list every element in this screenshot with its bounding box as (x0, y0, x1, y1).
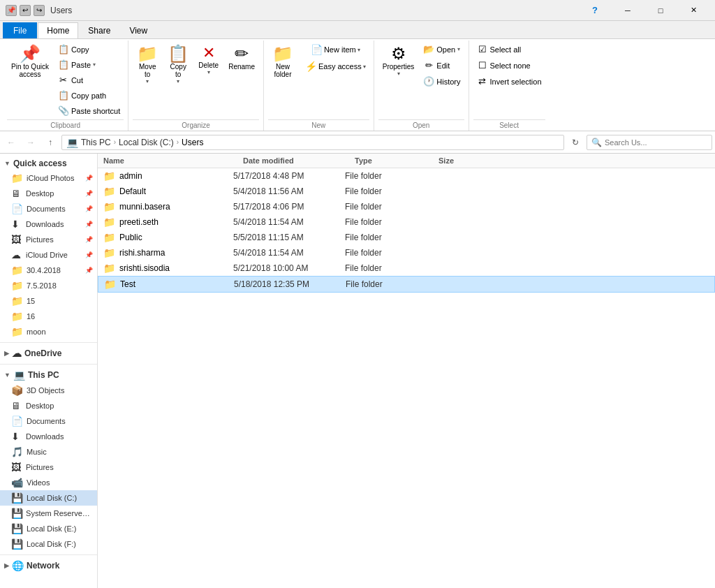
col-type-header[interactable]: Type (355, 156, 438, 165)
edit-button[interactable]: ✏ Edit (420, 58, 464, 73)
sidebar-item-local-disk-e[interactable]: 💾 Local Disk (E:) (0, 521, 97, 536)
expand-onedrive-icon: ▶ (4, 350, 9, 357)
open-icon: 📂 (423, 44, 434, 54)
col-name-header[interactable]: Name (103, 156, 243, 165)
table-row[interactable]: 📁 srishti.sisodia 5/21/2018 10:00 AM Fil… (98, 260, 715, 276)
delete-button[interactable]: ✕ Delete ▾ (194, 42, 223, 78)
sidebar-item-local-disk-c[interactable]: 💾 Local Disk (C:) (0, 490, 97, 506)
paste-arrow: ▾ (93, 61, 96, 68)
copy-to-button[interactable]: 📋 Copy to ▾ (163, 42, 193, 87)
sidebar-item-local-disk-f[interactable]: 💾 Local Disk (F:) (0, 536, 97, 552)
new-group-label: New (268, 119, 369, 131)
sidebar-item-downloads[interactable]: ⬇ Downloads 📌 (0, 216, 97, 232)
sidebar-item-desktop[interactable]: 🖥 Desktop 📌 (0, 186, 97, 201)
local-disk-c-label: Local Disk (C:) (27, 494, 77, 502)
undo-icon[interactable]: ↩ (20, 5, 31, 16)
up-button[interactable]: ↑ (42, 134, 59, 151)
search-input[interactable] (605, 138, 707, 147)
open-buttons: ⚙ Properties ▾ 📂 Open ▾ ✏ Edit 🕐 History (378, 42, 464, 118)
sidebar-item-icloud-photos[interactable]: 📁 iCloud Photos 📌 (0, 170, 97, 186)
sidebar-item-videos[interactable]: 📹 Videos (0, 475, 97, 490)
pin-icon[interactable]: 📌 (6, 5, 17, 16)
tab-view[interactable]: View (120, 22, 156, 38)
table-row[interactable]: 📁 Public 5/5/2018 11:15 AM File folder (98, 230, 715, 245)
sidebar-item-icloud-drive[interactable]: ☁ iCloud Drive 📌 (0, 247, 97, 263)
paste-button[interactable]: 📋 Paste ▾ (54, 57, 124, 72)
back-button[interactable]: ← (3, 134, 20, 151)
rename-label: Rename (228, 63, 255, 71)
sidebar-item-desktop-pc[interactable]: 🖥 Desktop (0, 398, 97, 413)
sidebar-item-documents-pc[interactable]: 📄 Documents (0, 413, 97, 429)
thispc-icon: 💻 (13, 369, 25, 381)
file-date-admin: 5/17/2018 4:48 PM (233, 171, 345, 181)
pin-to-quick-access-button[interactable]: 📌 Pin to Quick access (7, 42, 53, 81)
tab-file[interactable]: File (3, 22, 37, 38)
search-box[interactable]: 🔍 (587, 135, 712, 150)
local-disk-f-icon: 💾 (11, 538, 23, 550)
thispc-label: This PC (28, 370, 59, 380)
tab-home[interactable]: Home (38, 22, 78, 38)
thispc-header[interactable]: ▼ 💻 This PC (0, 367, 97, 383)
sidebar-item-downloads-pc[interactable]: ⬇ Downloads (0, 429, 97, 444)
table-row[interactable]: 📁 rishi.sharma 5/4/2018 11:54 AM File fo… (98, 245, 715, 260)
sidebar-item-pictures[interactable]: 🖼 Pictures 📌 (0, 232, 97, 247)
delete-label: Delete (198, 61, 219, 69)
invert-selection-button[interactable]: ⇄ Invert selection (473, 74, 545, 89)
sidebar-item-folder-15[interactable]: 📁 15 (0, 293, 97, 309)
sidebar-item-documents[interactable]: 📄 Documents 📌 (0, 201, 97, 216)
file-date-rishi: 5/4/2018 11:54 AM (233, 248, 345, 258)
ribbon-group-open: ⚙ Properties ▾ 📂 Open ▾ ✏ Edit 🕐 History (374, 41, 469, 131)
tab-share[interactable]: Share (79, 22, 119, 38)
file-type-public: File folder (345, 233, 429, 242)
maximize-button[interactable]: □ (644, 0, 677, 21)
table-row[interactable]: 📁 preeti.seth 5/4/2018 11:54 AM File fol… (98, 214, 715, 230)
sidebar-item-moon[interactable]: 📁 moon (0, 324, 97, 339)
sidebar-item-music[interactable]: 🎵 Music (0, 444, 97, 460)
network-header[interactable]: ▶ 🌐 Network (0, 558, 97, 573)
close-button[interactable]: ✕ (677, 0, 709, 21)
paste-shortcut-button[interactable]: 📎 Paste shortcut (54, 103, 124, 118)
open-button[interactable]: 📂 Open ▾ (420, 42, 464, 57)
sidebar-item-pictures-pc[interactable]: 🖼 Pictures (0, 460, 97, 475)
paste-shortcut-icon: 📎 (58, 105, 69, 116)
onedrive-header[interactable]: ▶ ☁ OneDrive (0, 346, 97, 361)
quick-access-header[interactable]: ▼ Quick access (0, 156, 97, 170)
icloud-photos-label: iCloud Photos (27, 174, 75, 182)
minimize-button[interactable]: ─ (612, 0, 644, 21)
documents-label: Documents (27, 205, 66, 213)
table-row[interactable]: 📁 admin 5/17/2018 4:48 PM File folder (98, 168, 715, 184)
sidebar-item-system-reserved[interactable]: 💾 System Reserved (D (0, 506, 97, 521)
easy-access-button[interactable]: ⚡ Easy access ▾ (302, 59, 369, 74)
cut-button[interactable]: ✂ Cut (54, 73, 124, 87)
table-row[interactable]: 📁 Default 5/4/2018 11:56 AM File folder (98, 184, 715, 199)
redo-icon[interactable]: ↪ (34, 5, 45, 16)
local-disk-f-label: Local Disk (F:) (27, 540, 76, 548)
addr-sep-2: › (177, 138, 179, 146)
col-date-header[interactable]: Date modified (243, 156, 355, 165)
desktop-label: Desktop (26, 189, 54, 198)
select-none-button[interactable]: ☐ Select none (473, 58, 545, 73)
sidebar-item-folder-16[interactable]: 📁 16 (0, 309, 97, 324)
refresh-button[interactable]: ↻ (567, 134, 584, 151)
table-row[interactable]: 📁 munni.basera 5/17/2018 4:06 PM File fo… (98, 199, 715, 214)
address-bar[interactable]: 💻 This PC › Local Disk (C:) › Users (61, 135, 564, 150)
sidebar-item-3d-objects[interactable]: 📦 3D Objects (0, 383, 97, 398)
table-row[interactable]: 📁 Test 5/18/2018 12:35 PM File folder (98, 276, 715, 293)
forward-button[interactable]: → (22, 134, 39, 151)
select-all-button[interactable]: ☑ Select all (473, 42, 545, 57)
copy-label: Copy (71, 45, 89, 54)
rename-button[interactable]: ✏ Rename (224, 42, 259, 73)
copy-button[interactable]: 📋 Copy (54, 42, 124, 57)
copy-to-label: Copy to (170, 63, 186, 78)
properties-button[interactable]: ⚙ Properties ▾ (378, 42, 419, 80)
new-folder-button[interactable]: 📁 New folder (268, 42, 297, 81)
help-button[interactable]: ? (579, 0, 611, 21)
move-to-button[interactable]: 📁 Move to ▾ (133, 42, 162, 87)
sidebar-item-folder-7[interactable]: 📁 7.5.2018 (0, 278, 97, 293)
history-button[interactable]: 🕐 History (420, 74, 464, 89)
col-size-header[interactable]: Size (438, 156, 494, 165)
select-none-icon: ☐ (477, 60, 488, 71)
new-item-button[interactable]: 📄 New item ▾ (302, 42, 369, 57)
sidebar-item-folder-30[interactable]: 📁 30.4.2018 📌 (0, 263, 97, 278)
copy-path-button[interactable]: 📋 Copy path (54, 88, 124, 103)
